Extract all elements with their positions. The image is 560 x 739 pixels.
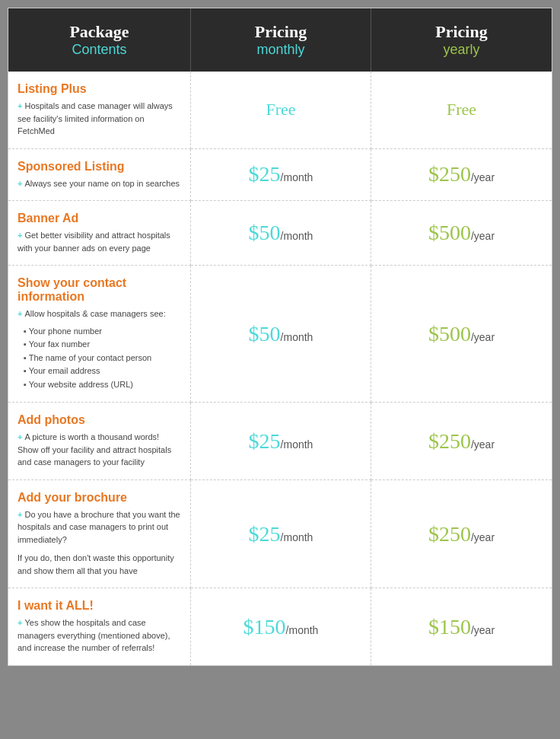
header-yearly-main: Pricing: [379, 22, 544, 42]
package-desc-6: +Yes show the hospitals and case manager…: [18, 616, 181, 655]
price-yearly-2: $500/year: [371, 201, 552, 266]
package-desc-3: +Allow hospitals & case managers see:: [18, 307, 181, 320]
package-desc-1: +Always see your name on top in searches: [18, 177, 181, 190]
package-desc-5: +Do you have a brochure that you want th…: [18, 508, 181, 546]
price-val-yearly-1: $250/year: [428, 162, 495, 186]
price-monthly-3: $50/month: [191, 266, 371, 403]
package-cell-3: Show your contact information+Allow hosp…: [8, 266, 191, 403]
price-monthly-6: $150/month: [191, 588, 371, 665]
package-name-1: Sponsored Listing: [18, 160, 181, 174]
price-val-monthly-2: $50/month: [249, 221, 313, 245]
price-yearly-0: Free: [371, 72, 552, 149]
price-val-monthly-3: $50/month: [249, 322, 313, 346]
price-yearly-1: $250/year: [371, 149, 552, 202]
price-yearly-4: $250/year: [371, 403, 552, 480]
package-desc-2: +Get better visibility and attract hospi…: [18, 229, 181, 254]
header-yearly-sub: yearly: [379, 42, 544, 58]
price-val-yearly-3: $500/year: [428, 322, 495, 346]
price-yearly-6: $150/year: [371, 588, 552, 665]
price-val-monthly-6: $150/month: [243, 615, 319, 639]
package-name-6: I want it ALL!: [18, 599, 181, 613]
price-val-yearly-2: $500/year: [428, 221, 495, 245]
package-extra-5: If you do, then don't waste this opportu…: [18, 552, 181, 577]
header-package-main: Package: [16, 22, 183, 42]
free-monthly-0: Free: [266, 100, 295, 119]
package-name-5: Add your brochure: [18, 491, 181, 505]
package-desc-4: +A picture is worth a thousand words! Sh…: [18, 431, 181, 469]
package-cell-1: Sponsored Listing+Always see your name o…: [8, 149, 191, 202]
price-monthly-1: $25/month: [191, 149, 371, 202]
price-monthly-4: $25/month: [191, 403, 371, 480]
price-val-monthly-5: $25/month: [249, 522, 313, 546]
table-body: Listing Plus+Hospitals and case manager …: [8, 72, 552, 665]
package-cell-5: Add your brochure+Do you have a brochure…: [8, 480, 191, 589]
package-name-2: Banner Ad: [18, 212, 181, 225]
table-header: Package Contents Pricing monthly Pricing…: [8, 8, 552, 72]
package-name-3: Show your contact information: [18, 276, 181, 304]
bullet-item: Your fax number: [24, 338, 181, 352]
bullet-item: Your phone number: [24, 325, 181, 339]
price-val-monthly-4: $25/month: [249, 429, 313, 454]
price-monthly-2: $50/month: [191, 201, 371, 266]
package-cell-2: Banner Ad+Get better visibility and attr…: [8, 201, 191, 266]
bullet-item: The name of your contact person: [24, 352, 181, 365]
package-name-4: Add photos: [18, 413, 181, 427]
package-desc-0: +Hospitals and case manager will always …: [18, 100, 181, 138]
package-cell-6: I want it ALL!+Yes show the hospitals an…: [8, 588, 191, 665]
pricing-table: Package Contents Pricing monthly Pricing…: [8, 8, 552, 666]
header-monthly-main: Pricing: [199, 22, 363, 42]
price-yearly-5: $250/year: [371, 480, 552, 589]
free-yearly-0: Free: [447, 100, 476, 119]
package-cell-4: Add photos+A picture is worth a thousand…: [8, 403, 191, 480]
price-val-yearly-4: $250/year: [428, 429, 495, 454]
price-yearly-3: $500/year: [371, 266, 552, 403]
price-val-monthly-1: $25/month: [249, 162, 313, 186]
package-cell-0: Listing Plus+Hospitals and case manager …: [8, 72, 191, 149]
header-monthly-sub: monthly: [199, 42, 363, 58]
price-monthly-5: $25/month: [191, 480, 371, 589]
price-val-yearly-5: $250/year: [428, 522, 495, 546]
bullet-item: Your website address (URL): [24, 378, 181, 392]
header-package-sub: Contents: [16, 42, 183, 58]
package-name-0: Listing Plus: [18, 82, 181, 96]
price-val-yearly-6: $150/year: [428, 615, 495, 639]
bullet-item: Your email address: [24, 365, 181, 378]
package-bullets-3: Your phone numberYour fax numberThe name…: [18, 325, 181, 392]
header-monthly: Pricing monthly: [191, 8, 371, 72]
header-yearly: Pricing yearly: [371, 8, 552, 72]
price-monthly-0: Free: [191, 72, 371, 149]
header-package: Package Contents: [8, 8, 191, 72]
